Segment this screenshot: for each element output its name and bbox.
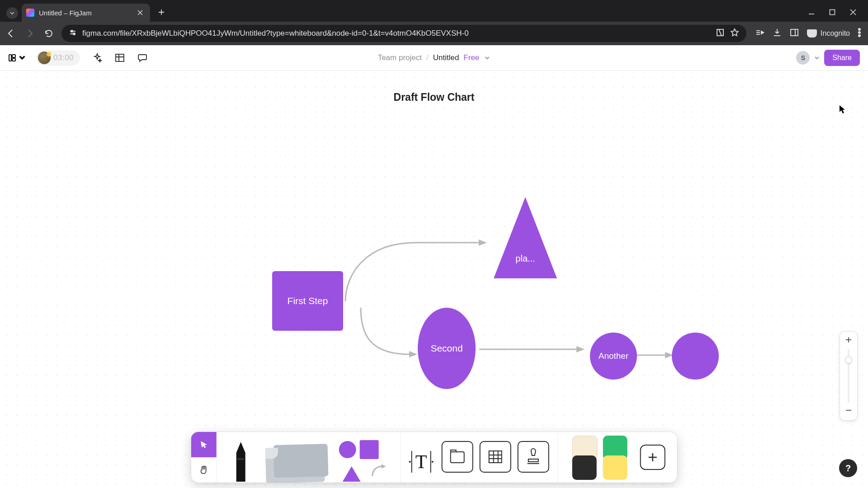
table-tool[interactable] xyxy=(479,441,511,473)
zoom-control xyxy=(840,332,857,420)
app-toolbar: 03:00 Team project / Untitled Free S Sha… xyxy=(0,45,868,71)
svg-rect-9 xyxy=(12,55,15,57)
section-tool[interactable] xyxy=(441,441,473,473)
bottom-toolbar: T xyxy=(191,432,677,483)
svg-rect-17 xyxy=(450,452,464,463)
svg-rect-4 xyxy=(791,29,798,36)
zoom-slider-knob[interactable] xyxy=(845,357,852,363)
connector-icon xyxy=(371,465,386,478)
svg-marker-16 xyxy=(382,465,386,469)
svg-rect-18 xyxy=(489,451,501,463)
sticky-note-tool[interactable] xyxy=(257,432,334,483)
chevron-down-icon[interactable] xyxy=(484,55,490,61)
plan-badge[interactable]: Free xyxy=(463,53,479,62)
tab-title: Untitled – FigJam xyxy=(39,9,133,17)
file-name[interactable]: Untitled xyxy=(433,53,459,62)
connector-arrow[interactable] xyxy=(357,305,425,373)
widget-tile-icon xyxy=(603,455,627,480)
window-close-button[interactable] xyxy=(849,8,857,16)
svg-rect-0 xyxy=(830,10,835,15)
flow-node-rect[interactable]: First Step xyxy=(272,271,343,331)
document-title-group: Team project / Untitled Free xyxy=(378,53,491,62)
figjam-app: 03:00 Team project / Untitled Free S Sha… xyxy=(0,45,868,488)
svg-marker-14 xyxy=(576,346,585,352)
svg-rect-8 xyxy=(9,55,11,61)
window-minimize-button[interactable] xyxy=(807,8,816,16)
media-control-icon[interactable] xyxy=(755,28,764,39)
shape-triangle-icon xyxy=(343,466,361,482)
hand-tool[interactable] xyxy=(191,457,217,483)
canvas[interactable]: Draft Flow Chart First Step pla... Secon… xyxy=(0,70,868,488)
browser-address-bar: figma.com/file/XRxbBjeWLbiQHPOO41JyWm/Un… xyxy=(0,22,868,45)
connector-arrow[interactable] xyxy=(479,344,592,357)
flow-node-triangle[interactable]: pla... xyxy=(494,197,557,278)
url-text: figma.com/file/XRxbBjeWLbiQHPOO41JyWm/Un… xyxy=(82,29,710,38)
main-menu-button[interactable] xyxy=(8,54,26,62)
select-tool[interactable] xyxy=(191,432,217,457)
tab-search-button[interactable] xyxy=(6,7,18,19)
triangle-label: pla... xyxy=(494,253,557,264)
avatar-chevron-icon[interactable] xyxy=(814,55,820,61)
side-panel-icon[interactable] xyxy=(790,28,799,39)
shape-tool[interactable] xyxy=(334,432,392,483)
help-button[interactable]: ? xyxy=(839,459,857,477)
install-app-icon[interactable] xyxy=(716,28,725,39)
nav-back-button[interactable] xyxy=(5,27,17,40)
shape-circle-icon xyxy=(339,441,356,458)
tab-close-icon[interactable] xyxy=(137,9,144,16)
svg-point-5 xyxy=(859,28,860,30)
window-maximize-button[interactable] xyxy=(828,8,836,16)
breadcrumb-separator: / xyxy=(426,53,429,62)
browser-menu-icon[interactable] xyxy=(858,28,861,39)
svg-marker-13 xyxy=(409,351,417,357)
figma-favicon xyxy=(26,9,34,17)
svg-point-2 xyxy=(73,33,75,35)
select-tool-group xyxy=(191,432,217,483)
downloads-icon[interactable] xyxy=(773,28,782,39)
mouse-cursor-icon xyxy=(839,105,845,114)
url-field[interactable]: figma.com/file/XRxbBjeWLbiQHPOO41JyWm/Un… xyxy=(61,25,746,42)
text-tool[interactable]: T xyxy=(409,451,434,473)
zoom-in-button[interactable] xyxy=(845,336,852,345)
incognito-label: Incognito xyxy=(821,29,850,38)
shape-square-icon xyxy=(360,440,379,459)
zoom-out-button[interactable] xyxy=(845,407,852,416)
user-avatar[interactable]: S xyxy=(796,51,810,65)
layout-grid-button[interactable] xyxy=(114,52,125,63)
timer-widget[interactable]: 03:00 xyxy=(36,50,80,66)
svg-point-6 xyxy=(859,32,860,33)
share-button[interactable]: Share xyxy=(824,50,860,66)
svg-rect-11 xyxy=(116,54,124,61)
more-tools-button[interactable] xyxy=(640,445,665,470)
new-tab-button[interactable] xyxy=(155,5,168,19)
svg-marker-12 xyxy=(479,239,487,246)
ai-sparkle-button[interactable] xyxy=(92,52,103,63)
flow-node-circle-empty[interactable] xyxy=(672,333,719,380)
stamp-tool[interactable] xyxy=(517,441,549,473)
bookmark-star-icon[interactable] xyxy=(730,28,739,39)
timer-value: 03:00 xyxy=(53,53,74,62)
widgets-tool[interactable] xyxy=(566,432,633,483)
flow-node-circle[interactable]: Another xyxy=(590,333,637,380)
connector-arrow[interactable] xyxy=(343,227,492,317)
browser-titlebar: Untitled – FigJam xyxy=(0,0,868,22)
widget-tile-icon xyxy=(572,455,596,480)
window-controls xyxy=(807,8,863,22)
site-settings-icon[interactable] xyxy=(69,28,77,38)
svg-rect-10 xyxy=(12,58,15,61)
svg-point-7 xyxy=(859,35,860,37)
flow-node-oval[interactable]: Second xyxy=(418,308,476,389)
browser-tab-active[interactable]: Untitled – FigJam xyxy=(22,4,150,22)
team-name[interactable]: Team project xyxy=(378,53,422,62)
nav-forward-button[interactable] xyxy=(24,27,36,40)
comments-button[interactable] xyxy=(137,52,148,63)
incognito-indicator[interactable]: Incognito xyxy=(807,29,850,38)
zoom-slider[interactable] xyxy=(848,349,849,403)
marker-tool[interactable] xyxy=(225,432,257,483)
nav-reload-button[interactable] xyxy=(42,27,55,40)
svg-point-1 xyxy=(71,30,73,32)
timer-icon xyxy=(38,52,51,64)
incognito-icon xyxy=(807,29,817,38)
canvas-title-text[interactable]: Draft Flow Chart xyxy=(394,91,475,103)
